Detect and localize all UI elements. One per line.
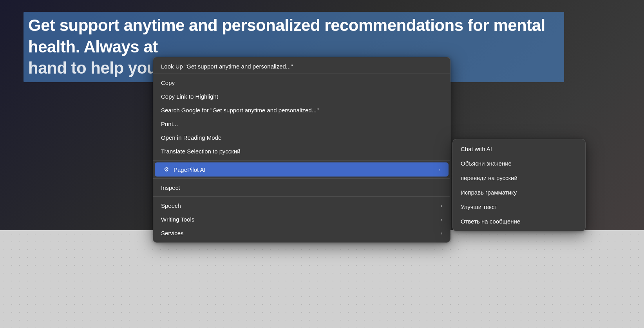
- context-menu: Look Up "Get support anytime and persona…: [153, 57, 450, 243]
- context-menu-item-services[interactable]: Services ›: [153, 226, 450, 240]
- divider-1: [153, 74, 450, 74]
- context-menu-item-inspect[interactable]: Inspect: [153, 181, 450, 195]
- submenu-item-fix-grammar[interactable]: Исправь грамматику: [453, 185, 585, 200]
- context-menu-item-reading-mode[interactable]: Open in Reading Mode: [153, 131, 450, 144]
- services-chevron: ›: [441, 230, 442, 236]
- context-menu-item-copy-link[interactable]: Copy Link to Highlight: [153, 90, 450, 103]
- pagepilot-chevron: ›: [439, 167, 441, 173]
- submenu-item-translate-russian[interactable]: переведи на русский: [453, 171, 585, 185]
- divider-4: [153, 196, 450, 197]
- submenu-item-reply-message[interactable]: Ответь на сообщение: [453, 214, 585, 229]
- context-menu-item-print[interactable]: Print...: [153, 117, 450, 131]
- pagepilot-left: ⚙ PagePilot AI: [163, 166, 206, 173]
- submenu-item-improve-text[interactable]: Улучши текст: [453, 200, 585, 214]
- context-menu-item-search-google[interactable]: Search Google for "Get support anytime a…: [153, 103, 450, 117]
- gear-icon: ⚙: [163, 166, 170, 173]
- dotted-background: [0, 230, 644, 328]
- context-menu-item-copy[interactable]: Copy: [153, 76, 450, 90]
- submenu: Chat with AI Объясни значение переведи н…: [452, 139, 586, 231]
- divider-3: [153, 178, 450, 179]
- context-menu-item-look-up[interactable]: Look Up "Get support anytime and persona…: [153, 59, 450, 72]
- context-menu-item-translate[interactable]: Translate Selection to русский: [153, 144, 450, 158]
- context-menu-item-pagepilot[interactable]: ⚙ PagePilot AI ›: [155, 162, 449, 177]
- writing-tools-chevron: ›: [441, 216, 442, 222]
- submenu-item-explain-meaning[interactable]: Объясни значение: [453, 156, 585, 171]
- selected-text-line1: Get support anytime and personalized rec…: [28, 15, 559, 58]
- submenu-item-chat-with-ai[interactable]: Chat with AI: [453, 142, 585, 156]
- speech-chevron: ›: [441, 203, 442, 209]
- divider-2: [153, 160, 450, 160]
- context-menu-item-speech[interactable]: Speech ›: [153, 199, 450, 213]
- context-menu-item-writing-tools[interactable]: Writing Tools ›: [153, 213, 450, 226]
